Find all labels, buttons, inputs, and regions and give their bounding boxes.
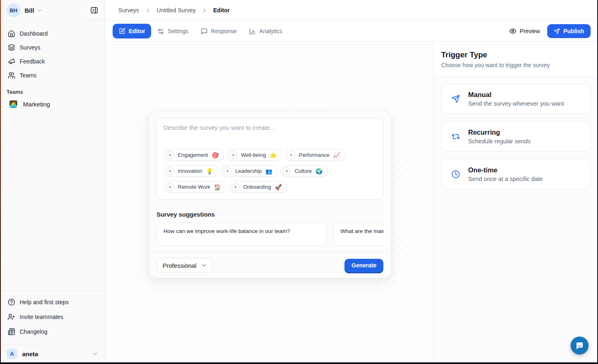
- trigger-option-one-time[interactable]: One-time Send once at a specific date: [441, 159, 591, 189]
- generate-button[interactable]: Generate: [344, 259, 383, 272]
- chip-performance[interactable]: + Performance 📈: [285, 149, 346, 161]
- suggestion-card[interactable]: How can we improve work-life balance in …: [156, 223, 327, 246]
- suggestion-card[interactable]: What are the main ob: [333, 223, 383, 246]
- chip-label: Remote Work: [178, 184, 210, 190]
- chip-well-being[interactable]: + Well-being 🌟: [227, 149, 282, 161]
- chevron-down-icon: [201, 262, 207, 269]
- chat-bubble-icon: [201, 28, 208, 35]
- account-avatar: A: [7, 348, 17, 359]
- chip-leadership[interactable]: + Leadership 👥: [221, 165, 278, 177]
- chip-label: Culture: [294, 168, 312, 174]
- plus-icon: +: [223, 167, 231, 175]
- breadcrumb-untitled-survey[interactable]: Untitled Survey: [157, 7, 196, 14]
- pencil-square-icon: [119, 28, 125, 34]
- chevron-down-icon: [92, 350, 98, 357]
- preview-label: Preview: [520, 28, 540, 34]
- sidebar-item-dashboard[interactable]: Dashboard: [3, 27, 102, 41]
- chip-label: Onboarding: [243, 184, 271, 190]
- sidebar-item-marketing[interactable]: 🧑‍💻 Marketing: [3, 97, 102, 111]
- tab-analytics[interactable]: Analytics: [243, 24, 288, 38]
- topic-chips: + Engagement 🎯 + Well-being 🌟 + Performa…: [163, 149, 376, 194]
- trigger-option-description: Schedule regular sends: [468, 138, 530, 145]
- trigger-option-title: One-time: [468, 166, 543, 174]
- chip-innovation[interactable]: + Innovation 💡: [163, 165, 218, 177]
- sidebar-item-label: Changelog: [20, 328, 48, 335]
- sidebar-item-label: Feedback: [20, 58, 45, 65]
- sidebar-item-label: Dashboard: [20, 30, 48, 37]
- teams-section-title: Teams: [0, 82, 105, 97]
- sidebar-item-label: Surveys: [20, 44, 41, 51]
- home-icon: [8, 30, 15, 37]
- rocket-emoji-icon: 🚀: [275, 184, 282, 190]
- publish-button[interactable]: Publish: [547, 24, 591, 38]
- breadcrumb-editor: Editor: [213, 7, 230, 14]
- tone-select[interactable]: Professional: [156, 258, 213, 273]
- chat-launcher-button[interactable]: [571, 337, 589, 355]
- chart-emoji-icon: 📈: [333, 152, 340, 158]
- publish-label: Publish: [563, 28, 584, 34]
- plus-icon: +: [283, 167, 291, 175]
- chip-label: Leadership: [235, 168, 261, 174]
- breadcrumb-surveys[interactable]: Surveys: [118, 7, 139, 14]
- workspace-header: BH Bill: [0, 0, 105, 21]
- intercom-chat-icon: [575, 341, 584, 350]
- workspace-name[interactable]: Bill: [25, 7, 34, 14]
- tone-value: Professional: [163, 262, 197, 269]
- sidebar-footer: Help and first steps Invite teammates Ch…: [0, 290, 105, 341]
- panel-collapse-icon: [90, 6, 98, 14]
- tab-label: Settings: [168, 28, 188, 34]
- sidebar-item-feedback[interactable]: Feedback: [3, 54, 102, 68]
- send-icon: [451, 95, 460, 103]
- chip-onboarding[interactable]: + Onboarding 🚀: [229, 181, 287, 193]
- sidebar-item-invite[interactable]: Invite teammates: [3, 310, 102, 324]
- prompt-card: + Engagement 🎯 + Well-being 🌟 + Performa…: [156, 118, 383, 200]
- plus-icon: +: [287, 151, 295, 159]
- sidebar-item-label: Invite teammates: [20, 314, 63, 320]
- trigger-option-manual[interactable]: Manual Send the survey whenever you want: [441, 84, 591, 114]
- chip-culture[interactable]: + Culture 🌍: [280, 165, 328, 177]
- sliders-icon: [157, 28, 164, 35]
- tab-label: Editor: [129, 28, 145, 34]
- busts-emoji-icon: 👥: [265, 168, 272, 174]
- trigger-panel-subtitle: Choose how you want to trigger the surve…: [441, 62, 591, 68]
- layers-icon: [8, 44, 15, 51]
- sidebar-item-label: Teams: [20, 72, 36, 79]
- tab-settings[interactable]: Settings: [151, 24, 195, 38]
- tab-label: Response: [211, 28, 237, 34]
- breadcrumb: Surveys Untitled Survey Editor: [105, 0, 598, 21]
- chip-label: Engagement: [178, 152, 208, 158]
- account-name: aneta: [22, 350, 38, 357]
- editor-canvas: + Engagement 🎯 + Well-being 🌟 + Performa…: [105, 42, 433, 364]
- survey-description-input[interactable]: [163, 124, 376, 149]
- sidebar-item-teams[interactable]: Teams: [3, 68, 102, 82]
- trigger-option-recurring[interactable]: Recurring Schedule regular sends: [441, 121, 591, 151]
- chevron-right-icon: [145, 7, 151, 14]
- sidebar-item-surveys[interactable]: Surveys: [3, 41, 102, 54]
- trigger-option-title: Recurring: [468, 129, 530, 136]
- account-menu[interactable]: A aneta: [0, 344, 105, 364]
- chip-engagement[interactable]: + Engagement 🎯: [163, 149, 224, 161]
- sidebar-item-changelog[interactable]: Changelog: [3, 324, 102, 339]
- suggestions-row: How can we improve work-life balance in …: [156, 223, 383, 246]
- megaphone-icon: [8, 58, 15, 65]
- chevron-down-icon[interactable]: [36, 7, 43, 14]
- repeat-icon: [451, 132, 460, 141]
- bulb-emoji-icon: 💡: [206, 168, 213, 174]
- user-plus-icon: [8, 313, 15, 321]
- trigger-type-panel: Trigger Type Choose how you want to trig…: [433, 42, 598, 364]
- preview-button[interactable]: Preview: [509, 27, 540, 35]
- team-label: Marketing: [23, 101, 50, 108]
- chip-remote-work[interactable]: + Remote Work 🏠: [163, 181, 227, 193]
- plus-icon: +: [231, 183, 240, 191]
- sidebar: BH Bill Dashboard Surveys F: [0, 0, 105, 364]
- help-circle-icon: [8, 298, 15, 306]
- trigger-panel-header: Trigger Type Choose how you want to trig…: [434, 42, 598, 77]
- send-icon: [554, 28, 560, 34]
- survey-composer-card: + Engagement 🎯 + Well-being 🌟 + Performa…: [149, 111, 391, 278]
- tab-response[interactable]: Response: [195, 24, 243, 38]
- tab-editor[interactable]: Editor: [113, 24, 151, 38]
- newspaper-icon: [8, 328, 15, 335]
- sidebar-item-help[interactable]: Help and first steps: [3, 295, 102, 310]
- trigger-options: Manual Send the survey whenever you want…: [434, 77, 598, 203]
- sidebar-collapse-button[interactable]: [87, 3, 102, 18]
